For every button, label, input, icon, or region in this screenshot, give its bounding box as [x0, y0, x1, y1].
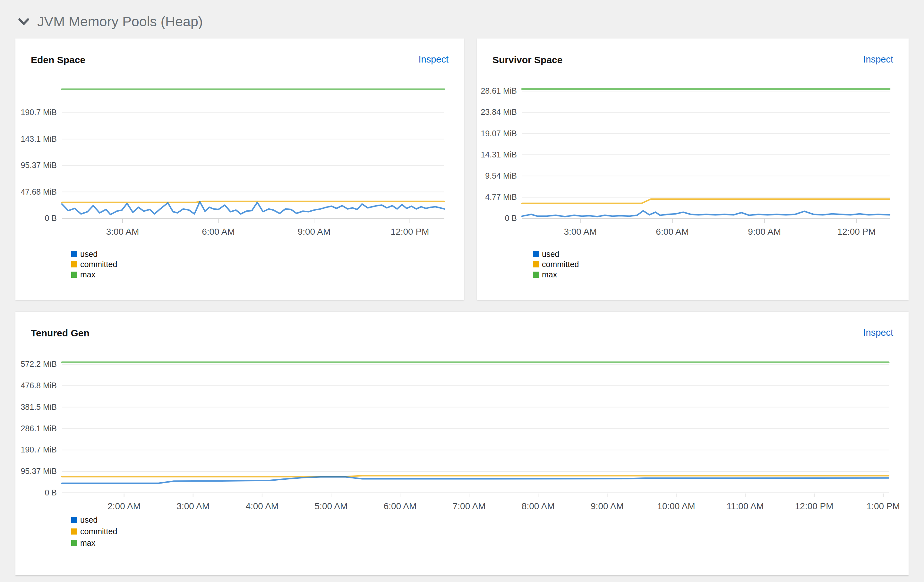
x-axis-label: 3:00 AM — [177, 501, 210, 511]
panel-title: Tenured Gen — [31, 328, 89, 338]
panel-header: Tenured Gen Inspect — [31, 328, 893, 338]
x-axis-label: 3:00 AM — [106, 227, 139, 237]
panel-tenured-gen: Tenured Gen Inspect 0 B95.37 MiB190.7 Mi… — [15, 312, 909, 575]
legend-swatch-committed — [71, 528, 78, 534]
x-axis-label: 8:00 AM — [522, 501, 555, 511]
legend-item-max: max — [533, 270, 579, 279]
inspect-link[interactable]: Inspect — [863, 328, 894, 338]
y-axis-label: 19.07 MiB — [480, 129, 517, 138]
x-axis-label: 11:00 AM — [726, 501, 764, 511]
x-axis-label: 5:00 AM — [315, 501, 348, 511]
x-axis-label: 12:00 PM — [391, 227, 429, 237]
y-axis-label: 190.7 MiB — [21, 445, 57, 454]
y-axis-label: 28.61 MiB — [480, 86, 517, 95]
legend-item-committed: committed — [71, 527, 117, 536]
x-axis-label: 12:00 PM — [837, 227, 876, 237]
legend-label: committed — [80, 260, 117, 268]
chart-legend: usedcommittedmax — [533, 250, 579, 279]
series-line-committed — [522, 199, 890, 203]
series-line-used — [522, 210, 890, 217]
panel-title: Survivor Space — [492, 54, 563, 65]
y-axis-label: 286.1 MiB — [21, 424, 57, 433]
legend-swatch-used — [71, 251, 78, 257]
chart-legend: usedcommittedmax — [71, 516, 117, 547]
series-line-committed — [62, 201, 444, 202]
inspect-link[interactable]: Inspect — [863, 54, 894, 65]
legend-item-committed: committed — [533, 260, 579, 268]
chart-legend: usedcommittedmax — [71, 250, 117, 279]
y-axis-label: 572.2 MiB — [21, 360, 57, 368]
legend-swatch-used — [71, 517, 78, 523]
series-line-used — [62, 202, 444, 215]
angle-down-icon — [18, 18, 29, 26]
legend-item-used: used — [71, 516, 117, 524]
x-axis-label: 9:00 AM — [298, 227, 331, 237]
series-line-committed — [62, 475, 889, 477]
legend-swatch-max — [71, 540, 78, 546]
legend-swatch-used — [533, 251, 539, 257]
panel-eden-space: Eden Space Inspect 0 B47.68 MiB95.37 MiB… — [15, 38, 464, 300]
y-axis-label: 47.68 MiB — [21, 187, 57, 196]
section-header: JVM Memory Pools (Heap) — [18, 13, 203, 31]
x-axis-label: 3:00 AM — [564, 227, 597, 237]
legend-label: max — [542, 270, 557, 279]
x-axis-label: 7:00 AM — [453, 501, 486, 511]
y-axis-label: 381.5 MiB — [21, 403, 57, 411]
legend-label: committed — [542, 260, 579, 268]
y-axis-label: 143.1 MiB — [21, 134, 57, 143]
x-axis-label: 12:00 PM — [795, 501, 833, 511]
x-axis-label: 6:00 AM — [202, 227, 235, 237]
legend-swatch-committed — [533, 261, 539, 268]
legend-label: max — [80, 539, 95, 547]
y-axis-label: 95.37 MiB — [21, 161, 57, 169]
x-axis-label: 1:00 PM — [866, 501, 900, 511]
section-collapse-toggle[interactable] — [18, 18, 30, 26]
section-title: JVM Memory Pools (Heap) — [37, 14, 203, 29]
panel-header: Eden Space Inspect — [31, 54, 449, 65]
y-axis-label: 0 B — [45, 214, 57, 222]
panel-survivor-space: Survivor Space Inspect 0 B4.77 MiB9.54 M… — [477, 38, 909, 300]
y-axis-label: 9.54 MiB — [485, 171, 517, 180]
legend-swatch-max — [533, 271, 539, 278]
panel-header: Survivor Space Inspect — [492, 54, 893, 65]
inspect-link[interactable]: Inspect — [419, 54, 449, 65]
x-axis-label: 6:00 AM — [656, 227, 689, 237]
x-axis-label: 10:00 AM — [657, 501, 695, 511]
y-axis-label: 0 B — [45, 488, 57, 497]
x-axis-label: 4:00 AM — [246, 501, 279, 511]
legend-label: max — [80, 270, 95, 279]
y-axis-label: 476.8 MiB — [21, 381, 57, 390]
legend-label: used — [80, 250, 97, 258]
chart-tenured-gen[interactable]: 0 B95.37 MiB190.7 MiB286.1 MiB381.5 MiB4… — [15, 312, 909, 575]
panel-title: Eden Space — [31, 54, 85, 65]
legend-swatch-max — [71, 271, 78, 278]
y-axis-label: 23.84 MiB — [480, 107, 517, 117]
y-axis-label: 0 B — [505, 214, 517, 222]
x-axis-label: 2:00 AM — [107, 501, 140, 511]
legend-label: committed — [80, 527, 117, 536]
jvm-memory-dashboard: { "section": { "title": "JVM Memory Pool… — [0, 0, 924, 582]
legend-label: used — [542, 250, 559, 258]
y-axis-label: 95.37 MiB — [21, 467, 57, 475]
y-axis-label: 190.7 MiB — [21, 108, 57, 117]
series-line-used — [62, 477, 889, 483]
x-axis-label: 9:00 AM — [748, 227, 781, 237]
x-axis-label: 9:00 AM — [591, 501, 624, 511]
legend-item-max: max — [71, 270, 117, 279]
legend-label: used — [80, 516, 97, 524]
x-axis-label: 6:00 AM — [384, 501, 417, 511]
legend-item-max: max — [71, 539, 117, 547]
legend-item-used: used — [71, 250, 117, 258]
legend-item-used: used — [533, 250, 579, 258]
y-axis-label: 4.77 MiB — [485, 192, 517, 201]
legend-swatch-committed — [71, 261, 78, 268]
legend-item-committed: committed — [71, 260, 117, 268]
y-axis-label: 14.31 MiB — [480, 150, 517, 159]
